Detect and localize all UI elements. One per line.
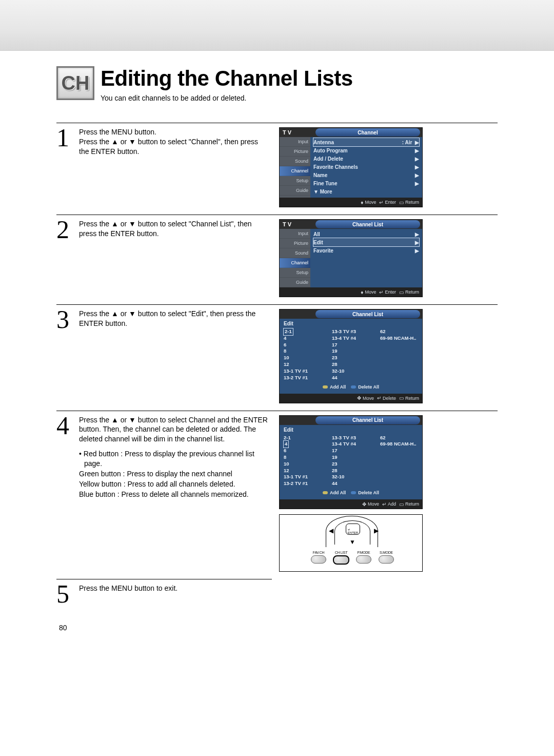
- hint-move: ♦Move: [361, 200, 376, 205]
- osd-channel-list-edit-add: Channel List Edit 2-1468101213-1 TV #113…: [279, 415, 423, 510]
- osd-sidebar: Input Picture Sound Channel Setup Guide: [280, 229, 310, 287]
- step-text: Press the ▲ or ▼ button to select Channe…: [79, 415, 274, 499]
- step-1: 1 Press the MENU button. Press the ▲ or …: [56, 123, 498, 215]
- page-number: 80: [59, 624, 67, 632]
- osd-tab-title: Channel List: [315, 416, 420, 424]
- channel-entry: 13-2 TV #1: [284, 375, 322, 381]
- channel-entry: 19: [332, 348, 370, 355]
- step-number: 3: [56, 309, 74, 329]
- add-all-pill: Add All: [323, 490, 346, 495]
- channel-entry: 13-4 TV #4: [332, 441, 370, 448]
- channel-entry: 4: [284, 441, 288, 448]
- channel-entry: 2-1: [284, 328, 293, 335]
- step-4: 4 Press the ▲ or ▼ button to select Chan…: [56, 411, 498, 579]
- channel-entry: 13-3 TV #3: [332, 328, 370, 335]
- osd-tv-label: T V: [280, 129, 313, 135]
- left-arrow-icon: ◀: [329, 527, 333, 534]
- channel-entry: 62: [380, 435, 418, 441]
- channel-entry: 17: [332, 448, 370, 454]
- hint-return: ▭Return: [399, 200, 419, 205]
- osd-tv-label: T V: [280, 221, 313, 227]
- channel-entry: 23: [332, 461, 370, 468]
- step-5: 5 Press the MENU button to exit.: [56, 579, 272, 611]
- page-title: Editing the Channel Lists: [101, 66, 498, 91]
- osd-side-channel: Channel: [280, 166, 310, 176]
- step-text: Press the MENU button to exit.: [79, 584, 272, 593]
- osd-side-setup: Setup: [280, 176, 310, 186]
- step-text: Press the ▲ or ▼ button to select "Edit"…: [79, 309, 274, 328]
- channel-entry: 13-2 TV #1: [284, 480, 322, 487]
- channel-entry: 10: [284, 461, 322, 468]
- channel-entry: 8: [284, 454, 322, 461]
- step-3: 3 Press the ▲ or ▼ button to select "Edi…: [56, 304, 498, 411]
- channel-entry: 28: [332, 468, 370, 474]
- channel-entry: 44: [332, 480, 370, 487]
- remote-chlist-button: CH LIST: [332, 551, 350, 565]
- channel-entry: 19: [332, 454, 370, 461]
- channel-entry: 69-98 NCAM-H..: [380, 335, 418, 342]
- channel-entry: 32-10: [332, 474, 370, 480]
- channel-columns: 2-1468101213-1 TV #113-2 TV #1 13-3 TV #…: [284, 435, 418, 488]
- channel-entry: 32-10: [332, 368, 370, 375]
- channel-entry: 28: [332, 361, 370, 368]
- channel-columns: 2-1468101213-1 TV #113-2 TV #1 13-3 TV #…: [284, 328, 418, 381]
- osd-channel-menu: T V Channel Input Picture Sound Channel …: [279, 127, 423, 207]
- down-arrow-icon: ▼: [349, 538, 355, 546]
- channel-entry: 12: [284, 361, 322, 368]
- channel-entry: 10: [284, 355, 322, 361]
- channel-entry: 62: [380, 328, 418, 335]
- channel-entry: 17: [332, 342, 370, 348]
- channel-entry: 13-1 TV #1: [284, 474, 322, 480]
- osd-main: All▶ Edit▶ Favorite▶: [310, 229, 422, 287]
- osd-side-guide: Guide: [280, 186, 310, 196]
- channel-entry: 12: [284, 468, 322, 474]
- osd-main: Antenna: Air ▶ Auto Program▶ Add / Delet…: [310, 137, 422, 198]
- right-arrow-icon: ▶: [374, 527, 379, 534]
- channel-entry: 6: [284, 448, 322, 454]
- remote-pmode-button: P.MODE: [354, 551, 373, 565]
- channel-entry: 13-3 TV #3: [332, 435, 370, 441]
- osd-tab-title: Channel: [315, 128, 420, 137]
- osd-side-sound: Sound: [280, 157, 310, 166]
- ch-badge-icon: CH: [56, 66, 94, 100]
- channel-entry: 4: [284, 335, 322, 342]
- step-number: 1: [56, 127, 74, 148]
- osd-footer: ♦Move ↵Enter ▭Return: [280, 287, 422, 297]
- document-page: CH Editing the Channel Lists You can edi…: [0, 0, 554, 652]
- step-number: 2: [56, 219, 74, 240]
- remote-smode-button: S.MODE: [377, 551, 395, 565]
- osd-sidebar: Input Picture Sound Channel Setup Guide: [280, 137, 310, 198]
- step-text: Press the MENU button. Press the ▲ or ▼ …: [79, 127, 274, 157]
- osd-channel-list-menu: T V Channel List Input Picture Sound Cha…: [279, 219, 423, 297]
- osd-edit-label: Edit: [284, 427, 418, 433]
- step-text: Press the ▲ or ▼ button to select "Chann…: [79, 219, 274, 239]
- page-header-band: [0, 0, 554, 51]
- osd-footer: ✥Move ↵Add ▭Return: [280, 499, 422, 509]
- channel-entry: 13-1 TV #1: [284, 368, 322, 375]
- osd-side-picture: Picture: [280, 147, 310, 157]
- channel-entry: 23: [332, 355, 370, 361]
- hint-enter: ↵Enter: [379, 200, 396, 205]
- osd-footer: ♦Move ↵Enter ▭Return: [280, 198, 422, 207]
- channel-entry: 44: [332, 375, 370, 381]
- channel-entry: 6: [284, 342, 322, 348]
- channel-entry: 69-98 NCAM-H..: [380, 441, 418, 448]
- osd-footer: ✥Move ↵Delete ▭Return: [280, 394, 422, 403]
- remote-diagram: ↵ENTER ◀ ▶ ▼ FAV.CH CH LIST P.MODE S.MOD…: [279, 514, 423, 572]
- osd-tab-title: Channel List: [315, 220, 420, 228]
- step-2: 2 Press the ▲ or ▼ button to select "Cha…: [56, 215, 498, 304]
- step-number: 4: [56, 415, 74, 436]
- add-all-pill: Add All: [323, 384, 346, 390]
- channel-entry: 13-4 TV #4: [332, 335, 370, 342]
- channel-entry: 2-1: [284, 435, 322, 441]
- osd-edit-label: Edit: [284, 321, 418, 326]
- osd-channel-list-edit-delete: Channel List Edit 2-1468101213-1 TV #113…: [279, 309, 423, 403]
- delete-all-pill: Delete All: [351, 384, 379, 390]
- delete-all-pill: Delete All: [351, 490, 379, 495]
- osd-side-input: Input: [280, 137, 310, 147]
- remote-favch-button: FAV.CH: [309, 551, 328, 565]
- osd-tab-title: Channel List: [315, 310, 420, 318]
- heading-section: CH Editing the Channel Lists You can edi…: [56, 66, 498, 102]
- step-number: 5: [56, 584, 74, 604]
- page-subtitle: You can edit channels to be added or del…: [101, 94, 498, 102]
